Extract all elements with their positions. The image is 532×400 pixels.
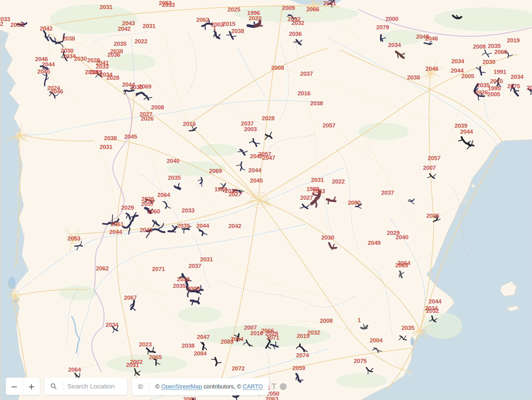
attribution-middle: contributors, © [202, 383, 243, 390]
search-bar [45, 378, 127, 395]
attribution-text: © OpenStreetMap contributors, © CARTO [149, 383, 269, 390]
attribution-prefix: © [155, 383, 161, 390]
zoom-out-button[interactable]: − [6, 378, 23, 395]
zoom-in-button[interactable]: + [23, 378, 40, 395]
openstreetmap-link[interactable]: OpenStreetMap [161, 383, 202, 390]
search-icon [45, 383, 63, 390]
search-input[interactable] [63, 383, 127, 390]
copyright-icon: © [132, 383, 149, 390]
zoom-control: − + [6, 378, 40, 395]
attribution-bar: © © OpenStreetMap contributors, © CARTO [132, 378, 269, 395]
map-canvas[interactable]: 2033206220332042203120432042203120382035… [0, 0, 532, 400]
carto-link[interactable]: CARTO [243, 383, 263, 390]
map-tiles-layer [0, 0, 532, 400]
carto-watermark-dot [280, 383, 287, 390]
